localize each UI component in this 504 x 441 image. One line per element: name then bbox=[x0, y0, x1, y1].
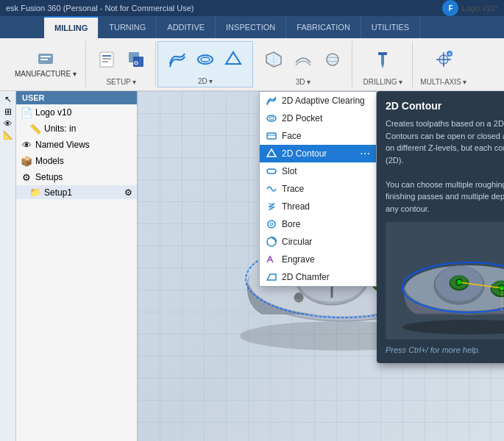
title-bar: esk Fusion 360 (Personal - Not for Comme… bbox=[0, 0, 504, 16]
multiaxis-icon: + bbox=[433, 49, 454, 70]
group-3d: 3D ▾ bbox=[255, 41, 352, 87]
btn-3d-2[interactable] bbox=[290, 48, 316, 71]
svg-point-48 bbox=[269, 117, 274, 120]
group-manufacture: MANUFACTURE ▾ bbox=[6, 41, 86, 87]
svg-point-69 bbox=[457, 280, 461, 284]
3d-icon3 bbox=[322, 49, 343, 70]
toolbar-icon-4[interactable]: 📐 bbox=[3, 130, 13, 140]
menu-item-2d-chamfer[interactable]: 2D Chamfer bbox=[260, 268, 376, 286]
setup1-gear[interactable]: ⚙ bbox=[124, 187, 132, 198]
setup-btn1[interactable] bbox=[93, 48, 120, 71]
2d-pocket-menu-icon bbox=[266, 112, 277, 124]
trace-menu-icon bbox=[266, 183, 277, 195]
svg-text:+: + bbox=[448, 51, 451, 57]
sidebar-header: USER bbox=[16, 91, 137, 104]
sidebar-item-units[interactable]: 📏 Units: in bbox=[16, 121, 137, 137]
manufacture-label: MANUFACTURE ▾ bbox=[15, 70, 77, 78]
bore-menu-icon bbox=[266, 218, 277, 230]
setup-btn2[interactable]: G bbox=[123, 48, 149, 71]
svg-rect-2 bbox=[40, 59, 48, 60]
svg-text:G: G bbox=[134, 60, 138, 66]
menu-item-bore[interactable]: Bore bbox=[260, 215, 376, 233]
menu-item-engrave[interactable]: Engrave bbox=[260, 251, 376, 268]
setups-icon: ⚙ bbox=[21, 171, 32, 183]
setup-icon2: G bbox=[126, 49, 146, 70]
menu-item-2d-adaptive[interactable]: 2D Adaptive Clearing bbox=[260, 92, 376, 110]
thread-menu-icon bbox=[266, 201, 277, 212]
menu-item-thread[interactable]: Thread bbox=[260, 198, 376, 215]
tab-milling[interactable]: MILLING bbox=[44, 16, 99, 38]
menu-item-2d-pocket[interactable]: 2D Pocket bbox=[260, 110, 376, 127]
slot-menu-icon bbox=[266, 165, 277, 177]
sidebar-item-namedviews[interactable]: 👁 Named Views bbox=[16, 137, 137, 153]
sidebar-item-models[interactable]: 📦 Models bbox=[16, 153, 137, 169]
svg-point-10 bbox=[198, 55, 213, 64]
fusion-logo: F bbox=[442, 0, 458, 16]
2d-pocket-icon bbox=[195, 49, 216, 70]
circular-menu-label: Circular bbox=[282, 237, 312, 247]
multiaxis-group-label[interactable]: MULTI-AXIS ▾ bbox=[420, 78, 466, 87]
menu-item-face[interactable]: Face bbox=[260, 127, 376, 145]
btn-3d-1[interactable] bbox=[260, 48, 287, 71]
svg-point-41 bbox=[295, 293, 302, 300]
tooltip-popup: 2D Contour Creates toolpaths based on a … bbox=[377, 91, 504, 363]
svg-rect-1 bbox=[40, 56, 51, 57]
btn-2d-pocket[interactable] bbox=[192, 48, 219, 71]
2d-contour-menu-icon bbox=[266, 148, 277, 159]
toolbar-icon-2[interactable]: ⊞ bbox=[4, 107, 12, 117]
btn-3d-3[interactable] bbox=[319, 48, 346, 71]
btn-multiaxis[interactable]: + bbox=[430, 48, 457, 71]
2d-group-label[interactable]: 2D ▾ bbox=[198, 77, 213, 87]
svg-rect-5 bbox=[102, 58, 111, 60]
tab-turning[interactable]: TURNING bbox=[99, 16, 157, 38]
more-options-icon[interactable]: ⋯ bbox=[360, 148, 370, 159]
toolbar-icon-3[interactable]: 👁 bbox=[4, 119, 12, 128]
sidebar-item-setups[interactable]: ⚙ Setups bbox=[16, 169, 137, 185]
sidebar-setup1[interactable]: 📁 Setup1 ⚙ bbox=[16, 185, 137, 199]
dropdown-menu: 2D Adaptive Clearing 2D Pocket Face 2D C… bbox=[259, 91, 377, 287]
title-text: esk Fusion 360 (Personal - Not for Comme… bbox=[6, 4, 194, 12]
tab-additive[interactable]: ADDITIVE bbox=[157, 16, 216, 38]
menu-item-2d-contour[interactable]: 2D Contour ⋯ bbox=[260, 145, 376, 162]
btn-2d-contour[interactable] bbox=[220, 48, 246, 71]
tab-utilities[interactable]: UTILITIES bbox=[361, 16, 420, 38]
bore-menu-label: Bore bbox=[282, 219, 300, 229]
sidebar-namedviews-label: Named Views bbox=[35, 140, 90, 150]
toolbar-icon-1[interactable]: ↖ bbox=[4, 94, 12, 104]
sidebar-item-logo[interactable]: 📄 Logo v10 bbox=[16, 104, 137, 121]
tab-fabrication[interactable]: FABRICATION bbox=[286, 16, 361, 38]
2d-chamfer-menu-label: 2D Chamfer bbox=[282, 272, 330, 282]
tooltip-body: Creates toolpaths based on a 2D contour.… bbox=[386, 118, 504, 215]
svg-rect-6 bbox=[102, 61, 108, 62]
group-multiaxis: + MULTI-AXIS ▾ bbox=[414, 41, 473, 87]
menu-item-circular[interactable]: Circular bbox=[260, 233, 376, 251]
btn-2d-adaptive[interactable] bbox=[164, 48, 191, 71]
manufacture-dropdown[interactable]: MANUFACTURE ▾ bbox=[12, 48, 79, 79]
namedviews-icon: 👁 bbox=[21, 139, 32, 151]
btn-drilling[interactable] bbox=[369, 48, 396, 71]
tooltip-model-svg bbox=[388, 224, 504, 338]
engrave-menu-icon bbox=[266, 254, 277, 265]
sidebar-units-label: Units: in bbox=[44, 123, 76, 134]
3d-icon1 bbox=[263, 49, 284, 70]
menu-item-slot[interactable]: Slot bbox=[260, 162, 376, 180]
drilling-group-label[interactable]: DRILLING ▾ bbox=[363, 78, 402, 87]
2d-pocket-menu-label: 2D Pocket bbox=[282, 113, 322, 123]
tab-inspection[interactable]: INSPECTION bbox=[216, 16, 286, 38]
models-icon: 📦 bbox=[21, 155, 32, 167]
units-icon: 📏 bbox=[29, 123, 41, 135]
2d-dropdown-arrow: ▾ bbox=[209, 77, 213, 85]
tooltip-footer: Press Ctrl+/ for more help. bbox=[386, 345, 504, 354]
2d-adaptive-menu-icon bbox=[266, 95, 277, 107]
main-layout: ↖ ⊞ 👁 📐 USER 📄 Logo v10 📏 Units: in 👁 Na… bbox=[0, 91, 504, 441]
logo-file-icon: 📄 bbox=[21, 107, 32, 118]
svg-point-47 bbox=[267, 115, 276, 121]
2d-chamfer-menu-icon bbox=[266, 271, 277, 283]
2d-contour-menu-label: 2D Contour bbox=[282, 148, 327, 159]
svg-rect-51 bbox=[267, 169, 276, 173]
3d-group-label[interactable]: 3D ▾ bbox=[296, 78, 311, 87]
ribbon-tabs: MILLING TURNING ADDITIVE INSPECTION FABR… bbox=[0, 16, 504, 38]
setup-icon1 bbox=[96, 49, 117, 70]
menu-item-trace[interactable]: Trace bbox=[260, 180, 376, 198]
manufacture-icon bbox=[35, 49, 56, 70]
